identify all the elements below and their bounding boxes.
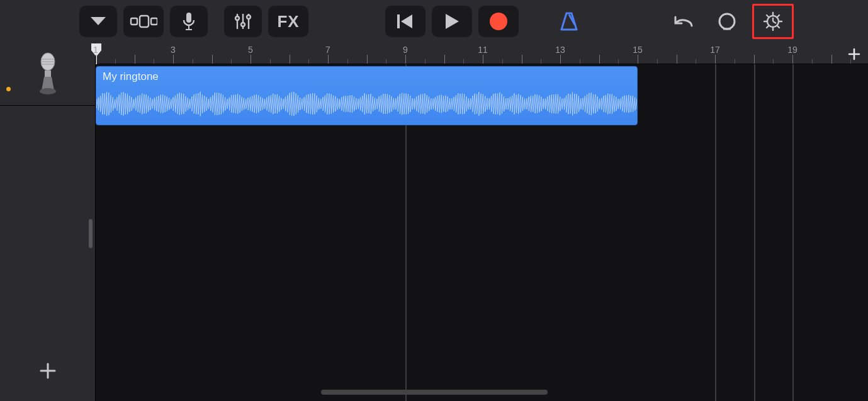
ruler-tick bbox=[444, 55, 445, 64]
svg-rect-12 bbox=[397, 14, 400, 28]
svg-point-30 bbox=[40, 88, 56, 94]
svg-rect-2 bbox=[151, 18, 157, 25]
record-button[interactable] bbox=[478, 6, 519, 37]
ruler-subtick bbox=[270, 59, 271, 64]
ruler-bar-number: 11 bbox=[478, 45, 488, 55]
go-to-start-button[interactable] bbox=[385, 6, 426, 37]
ruler-subtick bbox=[580, 59, 580, 64]
ruler-tick bbox=[638, 55, 638, 64]
microphone-icon bbox=[182, 11, 196, 31]
ruler-subtick bbox=[735, 59, 735, 64]
play-button[interactable] bbox=[432, 6, 472, 37]
track-headers-sidebar bbox=[0, 43, 96, 401]
ruler-bar-number: 1 bbox=[93, 45, 98, 55]
svg-line-23 bbox=[777, 26, 780, 28]
ruler-subtick bbox=[850, 59, 851, 64]
timeline-pane[interactable]: 135791113151719 My ringtone bbox=[96, 43, 868, 401]
svg-line-25 bbox=[767, 26, 769, 28]
chevron-down-icon bbox=[89, 15, 107, 28]
sidebar-scroll-thumb[interactable] bbox=[89, 219, 93, 248]
transport-controls bbox=[385, 6, 519, 37]
tracks-view-button[interactable] bbox=[123, 6, 164, 37]
ruler-bar-number: 15 bbox=[633, 45, 643, 55]
ruler-tick bbox=[754, 55, 755, 64]
svg-rect-5 bbox=[186, 29, 192, 30]
ruler-tick bbox=[367, 55, 368, 64]
loop-browser-button[interactable] bbox=[708, 6, 746, 37]
condenser-mic-icon bbox=[35, 52, 60, 97]
settings-highlight bbox=[752, 4, 794, 39]
ruler-subtick bbox=[696, 59, 696, 64]
ruler-bar-number: 9 bbox=[403, 45, 408, 55]
gear-icon bbox=[763, 11, 783, 31]
bar-ruler[interactable]: 135791113151719 bbox=[96, 43, 868, 64]
ruler-subtick bbox=[773, 59, 774, 64]
ruler-tick bbox=[212, 55, 213, 64]
track-header[interactable] bbox=[0, 43, 95, 106]
ruler-subtick bbox=[657, 59, 658, 64]
clip-title: My ringtone bbox=[103, 71, 159, 83]
plus-icon bbox=[38, 361, 57, 380]
ruler-bar-number: 17 bbox=[710, 45, 720, 55]
ruler-subtick bbox=[463, 59, 464, 64]
play-icon bbox=[444, 13, 460, 30]
fx-label: FX bbox=[277, 12, 299, 31]
ruler-tick bbox=[290, 55, 290, 64]
ruler-tick bbox=[677, 55, 677, 64]
mixer-sliders-icon bbox=[234, 12, 252, 31]
ruler-bar-number: 7 bbox=[325, 45, 330, 55]
ruler-subtick bbox=[154, 59, 154, 64]
instrument-browser-button[interactable] bbox=[79, 6, 117, 37]
ruler-subtick bbox=[193, 59, 193, 64]
ruler-tick bbox=[599, 55, 600, 64]
svg-rect-1 bbox=[140, 16, 149, 27]
ruler-tick bbox=[135, 55, 135, 64]
ruler-subtick bbox=[115, 59, 116, 64]
ruler-subtick bbox=[347, 59, 348, 64]
record-icon bbox=[488, 11, 509, 31]
fx-button[interactable]: FX bbox=[268, 6, 308, 37]
mixer-controls-button[interactable] bbox=[224, 6, 262, 37]
svg-point-7 bbox=[235, 16, 239, 20]
undo-icon bbox=[672, 13, 694, 30]
ruler-bar-number: 13 bbox=[555, 45, 565, 55]
input-settings-button[interactable] bbox=[170, 6, 208, 37]
tracks-view-icon bbox=[130, 13, 157, 30]
svg-rect-29 bbox=[45, 71, 51, 77]
ruler-tick bbox=[792, 55, 793, 64]
add-section-button[interactable] bbox=[845, 45, 863, 63]
ruler-subtick bbox=[231, 59, 232, 64]
metronome-button[interactable] bbox=[550, 6, 588, 37]
audio-clip[interactable]: My ringtone bbox=[96, 66, 638, 125]
svg-point-9 bbox=[241, 23, 245, 26]
track-lane[interactable]: My ringtone bbox=[96, 64, 868, 127]
svg-line-22 bbox=[767, 15, 769, 18]
svg-line-24 bbox=[777, 15, 780, 18]
ruler-tick bbox=[405, 55, 406, 64]
ruler-bar-number: 3 bbox=[171, 45, 176, 55]
ruler-subtick bbox=[425, 59, 426, 64]
svg-rect-3 bbox=[186, 13, 191, 23]
ruler-tick bbox=[715, 55, 716, 64]
ruler-subtick bbox=[618, 59, 619, 64]
top-toolbar: FX bbox=[0, 0, 868, 43]
ruler-bar-number: 5 bbox=[248, 45, 253, 55]
undo-button[interactable] bbox=[664, 6, 702, 37]
svg-point-11 bbox=[247, 15, 251, 19]
plus-icon bbox=[848, 48, 860, 60]
svg-rect-4 bbox=[188, 25, 189, 29]
metronome-icon bbox=[558, 11, 580, 32]
clip-waveform bbox=[96, 87, 637, 121]
svg-line-27 bbox=[773, 21, 776, 23]
loop-browser-icon bbox=[717, 11, 737, 31]
ruler-subtick bbox=[502, 59, 503, 64]
ruler-tick bbox=[522, 55, 522, 64]
add-track-button[interactable] bbox=[0, 352, 95, 390]
ruler-tick bbox=[483, 55, 483, 64]
ruler-bar-number: 19 bbox=[787, 45, 798, 55]
track-armed-dot bbox=[6, 87, 11, 91]
svg-rect-0 bbox=[131, 18, 137, 25]
ruler-subtick bbox=[386, 59, 386, 64]
song-settings-button[interactable] bbox=[757, 8, 789, 35]
ruler-subtick bbox=[812, 59, 813, 64]
